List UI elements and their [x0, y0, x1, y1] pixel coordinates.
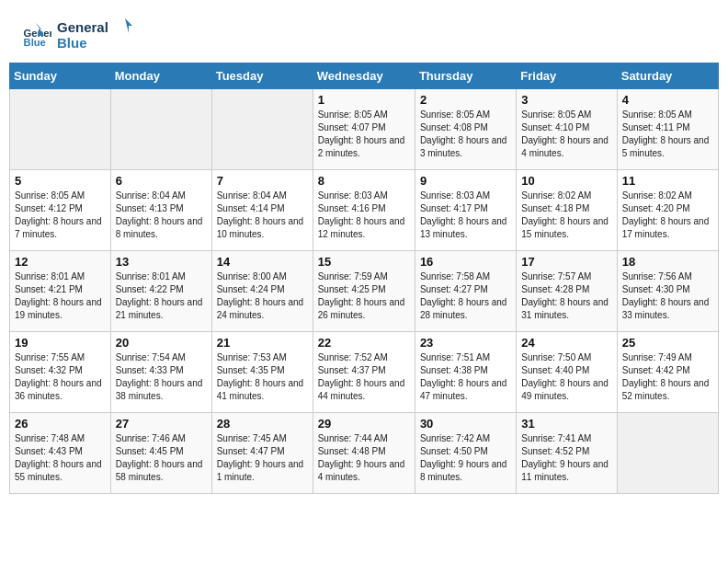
day-number: 30	[420, 417, 511, 431]
day-number: 24	[521, 336, 611, 350]
day-number: 23	[420, 336, 511, 350]
calendar-cell: 28Sunrise: 7:45 AMSunset: 4:47 PMDayligh…	[211, 413, 313, 494]
calendar-cell: 13Sunrise: 8:01 AMSunset: 4:22 PMDayligh…	[110, 251, 211, 332]
day-info: Sunrise: 8:04 AMSunset: 4:14 PMDaylight:…	[217, 190, 308, 241]
calendar-cell: 19Sunrise: 7:55 AMSunset: 4:32 PMDayligh…	[10, 332, 111, 413]
day-number: 1	[318, 93, 410, 107]
day-number: 22	[318, 336, 410, 350]
day-number: 2	[420, 93, 511, 107]
day-info: Sunrise: 8:05 AMSunset: 4:11 PMDaylight:…	[622, 109, 713, 160]
svg-text:Blue: Blue	[24, 37, 46, 48]
day-info: Sunrise: 7:55 AMSunset: 4:32 PMDaylight:…	[15, 351, 106, 403]
calendar-cell: 9Sunrise: 8:03 AMSunset: 4:17 PMDaylight…	[415, 170, 516, 251]
column-header-wednesday: Wednesday	[313, 63, 415, 89]
day-info: Sunrise: 8:01 AMSunset: 4:22 PMDaylight:…	[116, 270, 207, 322]
day-info: Sunrise: 8:01 AMSunset: 4:21 PMDaylight:…	[15, 270, 106, 322]
calendar-week-row: 26Sunrise: 7:48 AMSunset: 4:43 PMDayligh…	[10, 413, 719, 494]
calendar-cell	[10, 89, 111, 170]
day-info: Sunrise: 7:59 AMSunset: 4:25 PMDaylight:…	[318, 270, 410, 322]
calendar-cell	[617, 413, 718, 494]
day-number: 17	[521, 255, 611, 269]
day-info: Sunrise: 7:42 AMSunset: 4:50 PMDaylight:…	[420, 432, 511, 484]
column-header-monday: Monday	[110, 63, 211, 89]
calendar-cell: 4Sunrise: 8:05 AMSunset: 4:11 PMDaylight…	[617, 89, 718, 170]
calendar-week-row: 12Sunrise: 8:01 AMSunset: 4:21 PMDayligh…	[10, 251, 719, 332]
calendar-cell: 3Sunrise: 8:05 AMSunset: 4:10 PMDaylight…	[517, 89, 617, 170]
day-info: Sunrise: 7:49 AMSunset: 4:42 PMDaylight:…	[622, 351, 713, 403]
calendar-cell: 31Sunrise: 7:41 AMSunset: 4:52 PMDayligh…	[517, 413, 617, 494]
svg-text:Blue: Blue	[57, 35, 87, 51]
day-number: 13	[116, 255, 207, 269]
day-info: Sunrise: 8:04 AMSunset: 4:13 PMDaylight:…	[116, 190, 207, 241]
day-number: 26	[15, 417, 106, 431]
day-info: Sunrise: 7:51 AMSunset: 4:38 PMDaylight:…	[420, 351, 511, 403]
day-info: Sunrise: 8:03 AMSunset: 4:17 PMDaylight:…	[420, 190, 511, 241]
calendar-cell: 11Sunrise: 8:02 AMSunset: 4:20 PMDayligh…	[617, 170, 718, 251]
calendar-cell	[110, 89, 211, 170]
day-number: 25	[622, 336, 713, 350]
column-header-friday: Friday	[517, 63, 617, 89]
day-number: 31	[521, 417, 611, 431]
day-number: 20	[116, 336, 207, 350]
day-info: Sunrise: 7:50 AMSunset: 4:40 PMDaylight:…	[521, 351, 611, 403]
calendar-cell: 29Sunrise: 7:44 AMSunset: 4:48 PMDayligh…	[313, 413, 415, 494]
day-info: Sunrise: 7:44 AMSunset: 4:48 PMDaylight:…	[318, 432, 410, 484]
calendar-cell: 23Sunrise: 7:51 AMSunset: 4:38 PMDayligh…	[415, 332, 516, 413]
calendar-cell: 16Sunrise: 7:58 AMSunset: 4:27 PMDayligh…	[415, 251, 516, 332]
day-number: 9	[420, 174, 511, 188]
day-number: 16	[420, 255, 511, 269]
day-number: 18	[622, 255, 713, 269]
day-info: Sunrise: 8:05 AMSunset: 4:10 PMDaylight:…	[521, 109, 611, 160]
calendar-cell: 22Sunrise: 7:52 AMSunset: 4:37 PMDayligh…	[313, 332, 415, 413]
calendar-cell: 17Sunrise: 7:57 AMSunset: 4:28 PMDayligh…	[517, 251, 617, 332]
day-number: 21	[217, 336, 308, 350]
day-info: Sunrise: 7:57 AMSunset: 4:28 PMDaylight:…	[521, 270, 611, 322]
day-number: 11	[622, 174, 713, 188]
calendar-cell: 10Sunrise: 8:02 AMSunset: 4:18 PMDayligh…	[517, 170, 617, 251]
day-info: Sunrise: 7:46 AMSunset: 4:45 PMDaylight:…	[116, 432, 207, 484]
calendar-cell: 8Sunrise: 8:03 AMSunset: 4:16 PMDaylight…	[313, 170, 415, 251]
calendar-cell: 15Sunrise: 7:59 AMSunset: 4:25 PMDayligh…	[313, 251, 415, 332]
calendar-cell: 24Sunrise: 7:50 AMSunset: 4:40 PMDayligh…	[517, 332, 617, 413]
day-info: Sunrise: 8:05 AMSunset: 4:07 PMDaylight:…	[318, 109, 410, 160]
day-info: Sunrise: 8:02 AMSunset: 4:18 PMDaylight:…	[521, 190, 611, 241]
day-number: 15	[318, 255, 410, 269]
calendar-week-row: 5Sunrise: 8:05 AMSunset: 4:12 PMDaylight…	[10, 170, 719, 251]
calendar-cell: 26Sunrise: 7:48 AMSunset: 4:43 PMDayligh…	[10, 413, 111, 494]
day-number: 4	[622, 93, 713, 107]
calendar-table: SundayMondayTuesdayWednesdayThursdayFrid…	[9, 63, 719, 494]
day-number: 8	[318, 174, 410, 188]
day-number: 14	[217, 255, 308, 269]
calendar-cell: 27Sunrise: 7:46 AMSunset: 4:45 PMDayligh…	[110, 413, 211, 494]
calendar-cell: 25Sunrise: 7:49 AMSunset: 4:42 PMDayligh…	[617, 332, 718, 413]
day-info: Sunrise: 7:56 AMSunset: 4:30 PMDaylight:…	[622, 270, 713, 322]
day-info: Sunrise: 7:53 AMSunset: 4:35 PMDaylight:…	[217, 351, 308, 403]
column-header-saturday: Saturday	[617, 63, 718, 89]
calendar-week-row: 19Sunrise: 7:55 AMSunset: 4:32 PMDayligh…	[10, 332, 719, 413]
day-info: Sunrise: 7:41 AMSunset: 4:52 PMDaylight:…	[521, 432, 611, 484]
calendar-container: SundayMondayTuesdayWednesdayThursdayFrid…	[0, 63, 728, 503]
page-header: General Blue General Blue	[0, 0, 728, 63]
day-info: Sunrise: 7:52 AMSunset: 4:37 PMDaylight:…	[318, 351, 410, 403]
calendar-cell	[211, 89, 313, 170]
day-info: Sunrise: 7:48 AMSunset: 4:43 PMDaylight:…	[15, 432, 106, 484]
day-number: 6	[116, 174, 207, 188]
day-info: Sunrise: 8:02 AMSunset: 4:20 PMDaylight:…	[622, 190, 713, 241]
day-info: Sunrise: 8:03 AMSunset: 4:16 PMDaylight:…	[318, 190, 410, 241]
day-info: Sunrise: 7:58 AMSunset: 4:27 PMDaylight:…	[420, 270, 511, 322]
logo-svg: General Blue	[57, 17, 140, 53]
day-number: 3	[521, 93, 611, 107]
calendar-cell: 30Sunrise: 7:42 AMSunset: 4:50 PMDayligh…	[415, 413, 516, 494]
calendar-cell: 18Sunrise: 7:56 AMSunset: 4:30 PMDayligh…	[617, 251, 718, 332]
day-number: 28	[217, 417, 308, 431]
calendar-cell: 14Sunrise: 8:00 AMSunset: 4:24 PMDayligh…	[211, 251, 313, 332]
day-info: Sunrise: 7:54 AMSunset: 4:33 PMDaylight:…	[116, 351, 207, 403]
calendar-cell: 2Sunrise: 8:05 AMSunset: 4:08 PMDaylight…	[415, 89, 516, 170]
column-header-tuesday: Tuesday	[211, 63, 313, 89]
calendar-cell: 12Sunrise: 8:01 AMSunset: 4:21 PMDayligh…	[10, 251, 111, 332]
svg-marker-4	[125, 18, 132, 33]
calendar-cell: 7Sunrise: 8:04 AMSunset: 4:14 PMDaylight…	[211, 170, 313, 251]
calendar-cell: 21Sunrise: 7:53 AMSunset: 4:35 PMDayligh…	[211, 332, 313, 413]
logo: General Blue General Blue	[22, 17, 140, 53]
logo-icon: General Blue	[22, 20, 51, 50]
